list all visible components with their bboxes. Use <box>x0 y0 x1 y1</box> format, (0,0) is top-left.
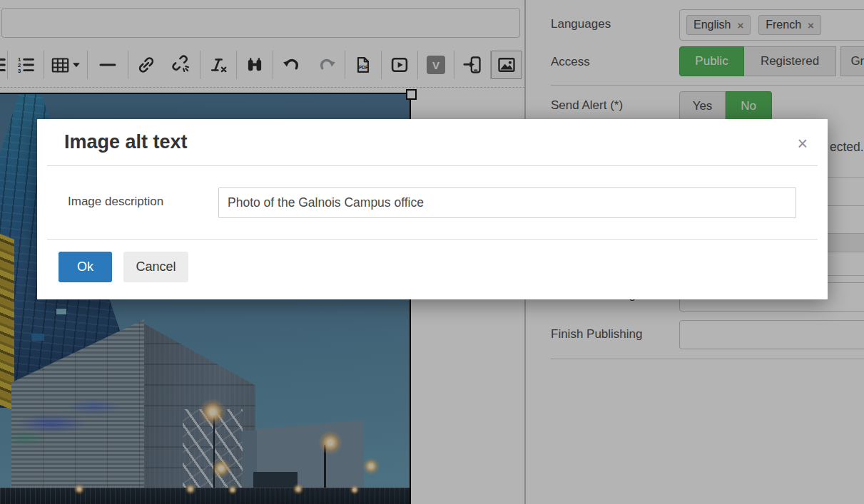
modal-header-divider <box>47 165 818 166</box>
cms-editor-screen: 1 2 3 <box>0 0 864 504</box>
modal-title: Image alt text <box>64 131 188 153</box>
image-description-label: Image description <box>68 195 163 209</box>
modal-footer-divider <box>47 239 818 240</box>
image-description-input[interactable] <box>218 187 796 218</box>
ok-button[interactable]: Ok <box>59 252 112 282</box>
close-icon[interactable]: × <box>797 135 808 153</box>
image-alt-text-modal: Image alt text × Image description Ok Ca… <box>37 119 828 299</box>
cancel-button[interactable]: Cancel <box>123 252 188 282</box>
